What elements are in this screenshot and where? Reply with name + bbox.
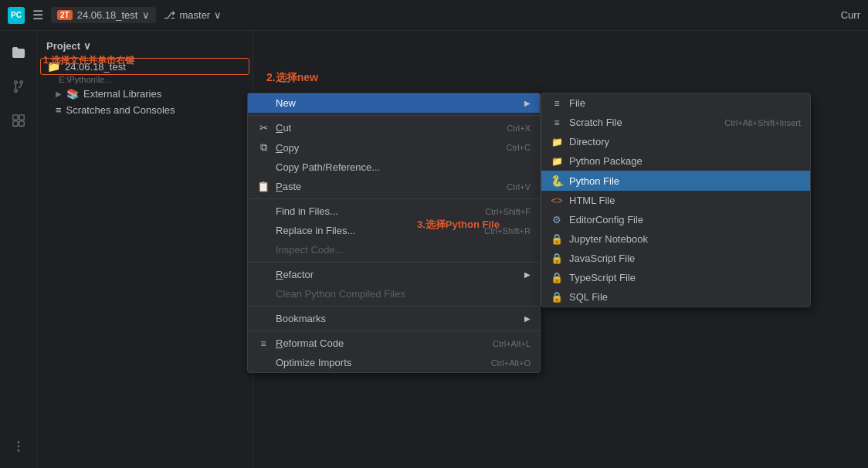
menu-inspect-code-label: Inspect Code... <box>276 244 531 256</box>
menu-clean-label: Clean Python Compiled Files <box>276 288 531 300</box>
svg-point-7 <box>17 441 19 443</box>
project-badge: 2T <box>57 10 73 20</box>
titlebar-right-text: Curr <box>841 9 860 21</box>
submenu-item-python-package[interactable]: 📁 Python Package <box>541 151 810 171</box>
expand-arrow: ▶ <box>56 90 62 98</box>
menu-copy-path-label: Copy Path/Reference... <box>276 161 531 173</box>
svg-point-9 <box>17 449 19 452</box>
app-logo: PC <box>8 7 25 24</box>
submenu-item-scratch[interactable]: ≡ Scratch File Ctrl+Alt+Shift+Insert <box>541 113 810 132</box>
python-file-icon: 🐍 <box>551 175 563 187</box>
menu-divider-4 <box>248 306 540 307</box>
submenu-item-html-file[interactable]: <> HTML File <box>541 191 810 210</box>
submenu-item-editorconfig[interactable]: ⚙ EditorConfig File <box>541 210 810 229</box>
cut-icon: ✂ <box>257 122 270 134</box>
svg-point-8 <box>17 446 19 448</box>
branch-dropdown-icon: ∨ <box>214 9 222 21</box>
js-file-icon: 🔒 <box>551 253 563 264</box>
menu-copy-label: Copy <box>276 142 500 154</box>
copy-shortcut: Ctrl+C <box>507 143 531 152</box>
python-package-icon: 📁 <box>551 156 563 167</box>
menu-item-clean: Clean Python Compiled Files <box>248 284 540 304</box>
submenu-directory-label: Directory <box>569 136 801 148</box>
menu-divider-3 <box>248 262 540 263</box>
menu-divider-5 <box>248 331 540 331</box>
sidebar-icon-structure[interactable] <box>5 107 32 134</box>
menu-find-files-label: Find in Files... <box>276 205 479 217</box>
submenu-python-package-label: Python Package <box>569 155 801 167</box>
submenu-item-directory[interactable]: 📁 Directory <box>541 132 810 151</box>
menu-item-find-files[interactable]: Find in Files... Ctrl+Shift+F <box>248 202 540 221</box>
sidebar-icon-git[interactable] <box>5 73 32 100</box>
submenu-scratch-label: Scratch File <box>569 117 718 128</box>
menu-item-refactor[interactable]: Refactor <box>248 265 540 284</box>
replace-files-shortcut: Ctrl+Shift+R <box>484 226 531 236</box>
context-menu-rightclick: New ✂ Cut Ctrl+X ⧉ Copy Ctrl+C Copy Path… <box>247 93 541 373</box>
project-header-arrow: ∨ <box>83 40 91 52</box>
svg-rect-6 <box>19 121 23 126</box>
menu-paste-label: Paste <box>276 181 500 192</box>
submenu-item-js-file[interactable]: 🔒 JavaScript File <box>541 249 810 268</box>
project-name: 24.06.18_test <box>77 9 138 21</box>
menu-refactor-label: Refactor <box>276 269 518 280</box>
scratches-label: Scratches and Consoles <box>66 104 175 116</box>
scratch-icon: ≡ <box>551 117 563 128</box>
menu-optimize-label: Optimize Imports <box>276 357 485 368</box>
scratch-shortcut: Ctrl+Alt+Shift+Insert <box>724 118 801 127</box>
submenu-jupyter-label: Jupyter Notebook <box>569 233 801 245</box>
menu-cut-label: Cut <box>276 122 500 134</box>
ts-file-icon: 🔒 <box>551 272 563 283</box>
titlebar: PC ☰ 2T 24.06.18_test ∨ ⎇ master ∨ Curr <box>0 0 868 31</box>
menu-item-cut[interactable]: ✂ Cut Ctrl+X <box>248 118 540 137</box>
menu-bookmarks-label: Bookmarks <box>276 313 518 324</box>
project-panel: Project ∨ 1.选择文件并单击右键 📁 24.06.18_test E:… <box>37 31 253 468</box>
svg-rect-4 <box>19 115 23 120</box>
menu-item-replace-files[interactable]: Replace in Files... Ctrl+Shift+R <box>248 221 540 240</box>
menu-item-copy-path[interactable]: Copy Path/Reference... <box>248 158 540 177</box>
menu-replace-files-label: Replace in Files... <box>276 225 478 236</box>
submenu-file-label: File <box>569 97 801 109</box>
menu-item-optimize-imports[interactable]: Optimize Imports Ctrl+Alt+O <box>248 353 540 372</box>
menu-item-new[interactable]: New <box>248 93 540 113</box>
sidebar-icon-folder[interactable] <box>5 39 32 66</box>
submenu-item-ts-file[interactable]: 🔒 TypeScript File <box>541 268 810 287</box>
submenu-python-file-label: Python File <box>569 175 801 187</box>
editorconfig-icon: ⚙ <box>551 214 563 226</box>
scratches-item[interactable]: ≡ Scratches and Consoles <box>37 102 253 118</box>
directory-icon: 📁 <box>551 137 563 148</box>
svg-point-2 <box>14 90 17 93</box>
svg-rect-3 <box>12 115 17 120</box>
submenu-item-file[interactable]: ≡ File <box>541 93 810 113</box>
branch-name: master <box>179 9 210 21</box>
submenu-js-file-label: JavaScript File <box>569 253 801 264</box>
jupyter-icon: 🔒 <box>551 233 563 245</box>
submenu-editorconfig-label: EditorConfig File <box>569 214 801 226</box>
branch-selector[interactable]: ⎇ master ∨ <box>164 9 222 21</box>
context-menu-new-submenu: ≡ File ≡ Scratch File Ctrl+Alt+Shift+Ins… <box>541 93 811 307</box>
submenu-item-sql-file[interactable]: 🔒 SQL File <box>541 287 810 307</box>
paste-icon: 📋 <box>257 181 270 192</box>
icon-sidebar <box>0 31 37 468</box>
file-icon: ≡ <box>551 98 563 109</box>
submenu-html-file-label: HTML File <box>569 195 801 206</box>
sidebar-icon-more[interactable] <box>5 432 32 460</box>
menu-item-paste[interactable]: 📋 Paste Ctrl+V <box>248 177 540 196</box>
submenu-item-jupyter[interactable]: 🔒 Jupyter Notebook <box>541 229 810 249</box>
menu-divider-2 <box>248 198 540 199</box>
submenu-item-python-file[interactable]: 🐍 Python File <box>541 171 810 191</box>
sql-file-icon: 🔒 <box>551 291 563 303</box>
project-selector[interactable]: 2T 24.06.18_test ∨ <box>51 7 156 23</box>
menu-item-bookmarks[interactable]: Bookmarks <box>248 309 540 328</box>
branch-icon: ⎇ <box>164 9 175 21</box>
menu-item-reformat[interactable]: ≡ Reformat Code Ctrl+Alt+L <box>248 334 540 353</box>
reformat-shortcut: Ctrl+Alt+L <box>493 339 531 348</box>
external-libraries-item[interactable]: ▶ 📚 External Libraries <box>37 86 253 102</box>
cut-shortcut: Ctrl+X <box>507 124 531 133</box>
svg-point-0 <box>14 81 17 84</box>
external-libraries-icon: 📚 <box>66 88 79 100</box>
copy-icon: ⧉ <box>257 141 270 154</box>
hamburger-menu-icon[interactable]: ☰ <box>32 8 43 22</box>
menu-divider-1 <box>248 115 540 116</box>
menu-item-copy[interactable]: ⧉ Copy Ctrl+C <box>248 137 540 158</box>
svg-point-1 <box>19 81 22 84</box>
